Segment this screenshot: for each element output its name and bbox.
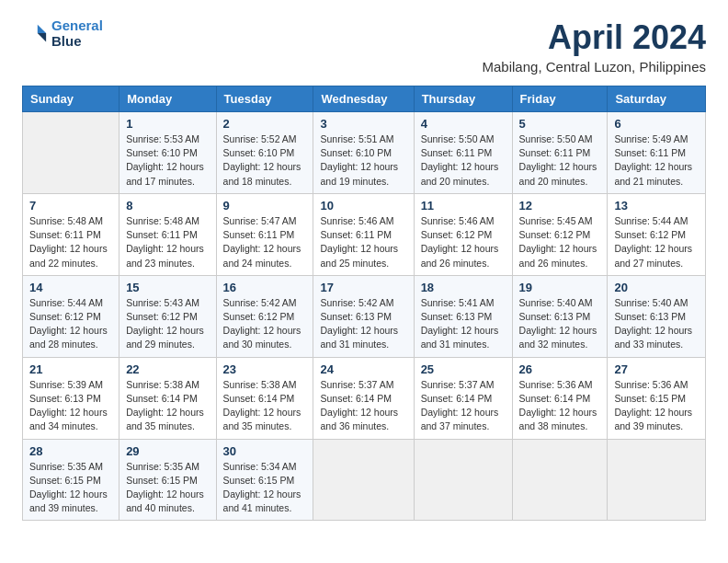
day-number: 17 — [320, 281, 406, 294]
day-info: Sunrise: 5:34 AM Sunset: 6:15 PM Dayligh… — [223, 460, 307, 516]
day-cell: 25Sunrise: 5:37 AM Sunset: 6:14 PM Dayli… — [414, 357, 512, 439]
day-cell — [23, 112, 119, 194]
subtitle: Mabilang, Central Luzon, Philippines — [483, 59, 706, 75]
day-info: Sunrise: 5:36 AM Sunset: 6:15 PM Dayligh… — [614, 378, 699, 434]
day-number: 28 — [29, 444, 112, 458]
day-cell: 30Sunrise: 5:34 AM Sunset: 6:15 PM Dayli… — [216, 439, 313, 521]
day-number: 9 — [223, 199, 307, 213]
day-cell — [608, 439, 706, 521]
day-cell: 8Sunrise: 5:48 AM Sunset: 6:11 PM Daylig… — [119, 193, 216, 275]
week-row-3: 14Sunrise: 5:44 AM Sunset: 6:12 PM Dayli… — [23, 275, 706, 357]
header-friday: Friday — [512, 86, 608, 112]
day-number: 10 — [320, 199, 406, 213]
day-number: 19 — [519, 281, 601, 294]
day-number: 6 — [614, 117, 699, 131]
day-cell: 6Sunrise: 5:49 AM Sunset: 6:11 PM Daylig… — [608, 112, 706, 194]
day-info: Sunrise: 5:43 AM Sunset: 6:12 PM Dayligh… — [126, 296, 209, 352]
day-cell: 28Sunrise: 5:35 AM Sunset: 6:15 PM Dayli… — [23, 439, 119, 521]
day-cell: 4Sunrise: 5:50 AM Sunset: 6:11 PM Daylig… — [414, 112, 512, 194]
day-number: 27 — [614, 362, 699, 376]
day-info: Sunrise: 5:44 AM Sunset: 6:12 PM Dayligh… — [614, 214, 699, 270]
day-info: Sunrise: 5:46 AM Sunset: 6:11 PM Dayligh… — [320, 214, 406, 270]
week-row-4: 21Sunrise: 5:39 AM Sunset: 6:13 PM Dayli… — [23, 357, 706, 439]
svg-marker-1 — [38, 33, 46, 41]
day-cell: 12Sunrise: 5:45 AM Sunset: 6:12 PM Dayli… — [512, 193, 608, 275]
calendar-header-row: SundayMondayTuesdayWednesdayThursdayFrid… — [23, 86, 706, 112]
day-number: 25 — [421, 362, 506, 376]
day-number: 5 — [519, 117, 601, 131]
day-info: Sunrise: 5:52 AM Sunset: 6:10 PM Dayligh… — [223, 132, 307, 189]
day-number: 12 — [519, 199, 601, 213]
day-info: Sunrise: 5:36 AM Sunset: 6:14 PM Dayligh… — [519, 378, 601, 434]
day-cell — [313, 439, 414, 521]
day-cell — [414, 439, 512, 521]
day-info: Sunrise: 5:50 AM Sunset: 6:11 PM Dayligh… — [421, 132, 506, 189]
day-number: 13 — [614, 199, 699, 213]
day-info: Sunrise: 5:39 AM Sunset: 6:13 PM Dayligh… — [29, 378, 112, 434]
day-number: 7 — [29, 199, 112, 213]
day-number: 20 — [614, 281, 699, 294]
day-cell: 13Sunrise: 5:44 AM Sunset: 6:12 PM Dayli… — [608, 193, 706, 275]
day-info: Sunrise: 5:44 AM Sunset: 6:12 PM Dayligh… — [29, 296, 112, 352]
day-info: Sunrise: 5:48 AM Sunset: 6:11 PM Dayligh… — [126, 214, 209, 270]
day-info: Sunrise: 5:37 AM Sunset: 6:14 PM Dayligh… — [320, 378, 406, 434]
header-thursday: Thursday — [414, 86, 512, 112]
day-cell: 2Sunrise: 5:52 AM Sunset: 6:10 PM Daylig… — [216, 112, 313, 194]
day-cell: 19Sunrise: 5:40 AM Sunset: 6:13 PM Dayli… — [512, 275, 608, 357]
day-number: 18 — [421, 281, 506, 294]
day-info: Sunrise: 5:38 AM Sunset: 6:14 PM Dayligh… — [223, 378, 307, 434]
calendar-table: SundayMondayTuesdayWednesdayThursdayFrid… — [22, 86, 706, 521]
day-cell: 27Sunrise: 5:36 AM Sunset: 6:15 PM Dayli… — [608, 357, 706, 439]
day-cell: 26Sunrise: 5:36 AM Sunset: 6:14 PM Dayli… — [512, 357, 608, 439]
day-info: Sunrise: 5:50 AM Sunset: 6:11 PM Dayligh… — [519, 132, 601, 189]
header-monday: Monday — [119, 86, 216, 112]
day-number: 22 — [126, 362, 209, 376]
day-info: Sunrise: 5:38 AM Sunset: 6:14 PM Dayligh… — [126, 378, 209, 434]
day-number: 29 — [126, 444, 209, 458]
day-number: 8 — [126, 199, 209, 213]
day-info: Sunrise: 5:41 AM Sunset: 6:13 PM Dayligh… — [421, 296, 506, 352]
day-cell: 18Sunrise: 5:41 AM Sunset: 6:13 PM Dayli… — [414, 275, 512, 357]
week-row-5: 28Sunrise: 5:35 AM Sunset: 6:15 PM Dayli… — [23, 439, 706, 521]
day-info: Sunrise: 5:53 AM Sunset: 6:10 PM Dayligh… — [126, 132, 209, 189]
day-info: Sunrise: 5:35 AM Sunset: 6:15 PM Dayligh… — [126, 460, 209, 516]
day-info: Sunrise: 5:40 AM Sunset: 6:13 PM Dayligh… — [614, 296, 699, 352]
week-row-2: 7Sunrise: 5:48 AM Sunset: 6:11 PM Daylig… — [23, 193, 706, 275]
day-info: Sunrise: 5:40 AM Sunset: 6:13 PM Dayligh… — [519, 296, 601, 352]
day-info: Sunrise: 5:45 AM Sunset: 6:12 PM Dayligh… — [519, 214, 601, 270]
day-number: 14 — [29, 281, 112, 294]
day-cell: 21Sunrise: 5:39 AM Sunset: 6:13 PM Dayli… — [23, 357, 119, 439]
day-number: 16 — [223, 281, 307, 294]
day-cell: 17Sunrise: 5:42 AM Sunset: 6:13 PM Dayli… — [313, 275, 414, 357]
day-info: Sunrise: 5:46 AM Sunset: 6:12 PM Dayligh… — [421, 214, 506, 270]
day-cell: 5Sunrise: 5:50 AM Sunset: 6:11 PM Daylig… — [512, 112, 608, 194]
header-sunday: Sunday — [23, 86, 119, 112]
header-wednesday: Wednesday — [313, 86, 414, 112]
svg-marker-0 — [38, 24, 46, 32]
logo: General Blue — [22, 18, 103, 49]
day-info: Sunrise: 5:47 AM Sunset: 6:11 PM Dayligh… — [223, 214, 307, 270]
day-cell: 29Sunrise: 5:35 AM Sunset: 6:15 PM Dayli… — [119, 439, 216, 521]
day-cell: 10Sunrise: 5:46 AM Sunset: 6:11 PM Dayli… — [313, 193, 414, 275]
day-cell: 20Sunrise: 5:40 AM Sunset: 6:13 PM Dayli… — [608, 275, 706, 357]
day-cell: 1Sunrise: 5:53 AM Sunset: 6:10 PM Daylig… — [119, 112, 216, 194]
day-cell: 9Sunrise: 5:47 AM Sunset: 6:11 PM Daylig… — [216, 193, 313, 275]
main-title: April 2024 — [483, 18, 706, 57]
week-row-1: 1Sunrise: 5:53 AM Sunset: 6:10 PM Daylig… — [23, 112, 706, 194]
day-number: 23 — [223, 362, 307, 376]
day-number: 26 — [519, 362, 601, 376]
day-number: 2 — [223, 117, 307, 131]
day-cell: 23Sunrise: 5:38 AM Sunset: 6:14 PM Dayli… — [216, 357, 313, 439]
day-number: 1 — [126, 117, 209, 131]
day-info: Sunrise: 5:42 AM Sunset: 6:12 PM Dayligh… — [223, 296, 307, 352]
day-number: 15 — [126, 281, 209, 294]
day-info: Sunrise: 5:42 AM Sunset: 6:13 PM Dayligh… — [320, 296, 406, 352]
day-cell: 16Sunrise: 5:42 AM Sunset: 6:12 PM Dayli… — [216, 275, 313, 357]
day-info: Sunrise: 5:48 AM Sunset: 6:11 PM Dayligh… — [29, 214, 112, 270]
day-cell: 7Sunrise: 5:48 AM Sunset: 6:11 PM Daylig… — [23, 193, 119, 275]
day-number: 3 — [320, 117, 406, 131]
day-info: Sunrise: 5:51 AM Sunset: 6:10 PM Dayligh… — [320, 132, 406, 189]
day-number: 21 — [29, 362, 112, 376]
logo-text: General Blue — [51, 18, 103, 49]
day-info: Sunrise: 5:37 AM Sunset: 6:14 PM Dayligh… — [421, 378, 506, 434]
